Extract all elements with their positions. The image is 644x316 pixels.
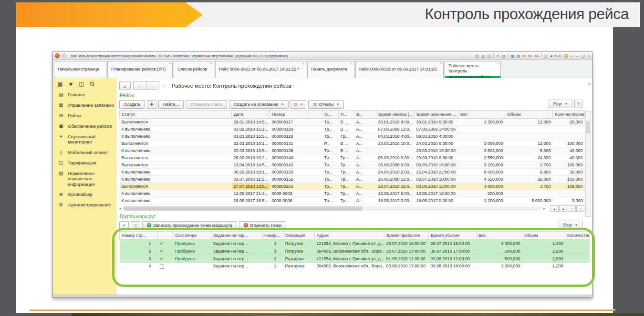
menu-dropdown-icon[interactable]: ▾	[62, 53, 66, 58]
go-next-button[interactable]: ▼	[568, 205, 576, 212]
minimize-button[interactable]: –	[576, 54, 578, 58]
tab-close-icon[interactable]: ×	[440, 62, 442, 66]
tab[interactable]: Рейс 0000-0019 от 06.06.2017 14:21:20 ×	[355, 61, 444, 78]
trip-row[interactable]: К выполнению 22.03.2010 13:5... 00000013…	[120, 147, 585, 154]
col-number[interactable]: Номер...	[261, 232, 283, 240]
tab-close-icon[interactable]: ×	[497, 62, 499, 66]
cancel-search-button[interactable]: Отменить поиск	[186, 100, 227, 109]
go-first-button[interactable]: ▲	[551, 205, 559, 212]
tab[interactable]: Печать документа ×	[307, 61, 354, 78]
col-date[interactable]: Дата↓	[232, 111, 270, 119]
main-menu-icon[interactable]	[55, 53, 60, 58]
tab[interactable]: Начальная страница	[54, 61, 106, 78]
print-icon[interactable]: ▥	[481, 54, 485, 58]
home-button[interactable]: ⌂	[119, 82, 131, 90]
trip-row[interactable]: К выполнению 18.05.2017 18:5... 0000-000…	[120, 197, 585, 204]
horizontal-scrollbar-thumb[interactable]	[124, 206, 363, 211]
calculator-icon[interactable]: ▦	[511, 54, 515, 58]
cell-check[interactable]	[158, 263, 173, 270]
route-row[interactable]: 2 Пройдена Задание на пер... 2 Погрузка …	[120, 247, 590, 255]
col-end[interactable]: Время окончания ...	[415, 111, 458, 119]
close-button[interactable]: ×	[588, 54, 590, 58]
create-button[interactable]: Создать	[119, 100, 145, 109]
col-number[interactable]: Номер	[270, 111, 309, 119]
passed-checkbox[interactable]	[160, 248, 164, 254]
back-button[interactable]: ←	[133, 82, 146, 90]
vertical-scrollbar-thumb[interactable]	[586, 121, 590, 133]
restore-button[interactable]: ▢	[582, 54, 585, 58]
col-volume[interactable]: Объем	[522, 232, 565, 240]
trip-row[interactable]: К выполнению 06.05.2010 20:1... 00000015…	[120, 169, 585, 176]
cancel-points-button[interactable]: Отменить точки	[239, 221, 286, 230]
vertical-scrollbar[interactable]	[585, 111, 591, 217]
preview-icon[interactable]: ◫	[487, 54, 491, 58]
sidebar-item[interactable]: ⊞ Рейсы	[53, 111, 116, 121]
dropdown-caret-icon[interactable]: ▾	[571, 54, 572, 58]
save-icon[interactable]: ▤	[475, 54, 479, 58]
memory-m-button[interactable]: M	[523, 54, 526, 58]
cell-check[interactable]	[158, 247, 173, 255]
print-menu-button[interactable]: ▤▼	[291, 100, 306, 109]
create-from-button[interactable]: Создать на основании▼	[229, 100, 289, 109]
trip-row[interactable]: К выполнению 01.07.2010 11:5... 00000015…	[120, 176, 585, 183]
sidebar-item[interactable]: ✶ Спутниковый мониторинг	[53, 132, 116, 147]
col-address[interactable]: Адрес	[315, 232, 384, 240]
col-line[interactable]: Номер стр...	[120, 232, 158, 240]
cell-check[interactable]	[158, 240, 173, 247]
help-button[interactable]: ?	[574, 100, 582, 108]
tab-close-icon[interactable]: ×	[210, 62, 212, 66]
memory-mminus-button[interactable]: M-	[535, 54, 539, 58]
tab[interactable]: Рабочее место: Контроль прохождения рейс…	[445, 61, 501, 78]
col-places[interactable]: Количество мест	[553, 111, 585, 119]
search-icon[interactable]	[90, 82, 95, 87]
split-window-icon[interactable]: ◫	[544, 54, 548, 58]
go-last-button[interactable]: ▼	[576, 205, 584, 212]
col-weight[interactable]: Вес	[477, 232, 522, 240]
go-prev-button[interactable]: ▲	[559, 205, 567, 212]
route-row[interactable]: 3 Пройдена Задание на пер... 2 Разгрузка…	[120, 255, 590, 263]
route-more-button[interactable]: Еще▼	[559, 221, 582, 229]
col-start[interactable]: Время начала (...	[376, 111, 415, 119]
workspace-close-icon[interactable]: ×	[588, 82, 591, 87]
col-check[interactable]	[158, 232, 173, 240]
calendar-icon[interactable]: ▦	[517, 54, 520, 58]
sidebar-item[interactable]: ▣ Обеспечение рейсов	[53, 121, 116, 132]
sidebar-item[interactable]: ⚙ Администрирование	[53, 200, 116, 210]
sidebar-item[interactable]: ▯ Мобильный клиент	[53, 147, 116, 158]
trip-row[interactable]: Выполняется 26.03.2010 10:2... 000000140…	[120, 154, 585, 162]
route-row[interactable]: 1 Пройдена Задание на пер... 2 Погрузка …	[120, 240, 590, 247]
trip-row[interactable]: К выполнению 03.03.2010 15:5... 00000012…	[120, 133, 585, 140]
write-icon-button[interactable]: ✓	[119, 221, 129, 230]
trip-row[interactable]: Выполняется 27.07.2010 13:5... 000000163…	[120, 183, 585, 190]
trip-row[interactable]: Выполняется 13.04.2010 14:5... 000000142…	[120, 162, 585, 169]
history-icon[interactable]: ▤	[502, 54, 506, 58]
tab[interactable]: Рейс 0000-0021 от 06.06.2017 14:21:22 * …	[215, 61, 306, 78]
memory-mplus-button[interactable]: M+	[528, 54, 533, 58]
col-status[interactable]: Статус	[120, 111, 232, 119]
col-places[interactable]: Количество м	[565, 232, 590, 240]
cell-check[interactable]	[158, 255, 173, 263]
horizontal-scrollbar[interactable]	[123, 206, 542, 211]
tab[interactable]: Планирование рейсов (УП) ×	[107, 61, 173, 78]
tab-close-icon[interactable]: ×	[302, 62, 304, 66]
favorites-icon[interactable]: ★	[68, 81, 73, 87]
sidebar-item[interactable]: ▤ Главное	[53, 90, 116, 100]
favorite-star-icon[interactable]: ☆	[162, 82, 167, 89]
trip-row[interactable]: Выполняется 29.01.2010 14:5... 000000117…	[120, 119, 585, 126]
trip-row[interactable]: К выполнению 12.05.2017 21:4... 0000-000…	[120, 190, 585, 197]
recent-icon[interactable]: ◫	[79, 81, 83, 87]
sidebar-item[interactable]: ◫ Тарификация	[53, 158, 116, 168]
trip-row[interactable]: Выполняется 22.03.2010 10:1... 000000131…	[120, 140, 585, 147]
col-task[interactable]: Задание на пер...	[211, 232, 261, 240]
col-arrival[interactable]: Время прибытия	[384, 232, 429, 240]
col-state[interactable]: Состояние	[173, 232, 211, 240]
col-v[interactable]: В...	[354, 111, 376, 119]
passed-checkbox[interactable]	[160, 265, 164, 269]
find-button[interactable]: Найти...	[158, 100, 184, 109]
scroll-right-icon[interactable]: ▸	[543, 206, 545, 211]
col-operation[interactable]: Операция	[283, 232, 315, 240]
copy-icon-button[interactable]: ◫	[131, 221, 141, 230]
favorites-star-icon[interactable]: ★	[496, 54, 499, 58]
user-badge[interactable]: ●ITOB	[550, 54, 561, 58]
trip-row[interactable]: К выполнению 03.02.2010 15:2... 00000012…	[120, 126, 585, 133]
